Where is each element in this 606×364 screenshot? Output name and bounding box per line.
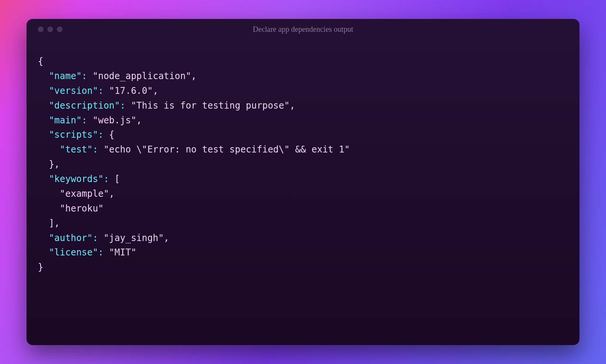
json-key-description: "description": [49, 100, 120, 111]
json-comma: ,: [290, 100, 295, 111]
json-comma: ,: [109, 188, 114, 199]
json-value-main: "web.js": [93, 115, 137, 126]
json-key-license: "license": [49, 247, 98, 258]
json-key-version: "version": [49, 86, 98, 96]
json-value-author: "jay_singh": [103, 233, 164, 243]
json-colon: :: [93, 233, 104, 243]
json-open-bracket: [: [114, 174, 120, 184]
json-key-author: "author": [49, 233, 93, 243]
json-colon: :: [98, 247, 109, 258]
json-keyword-1: "heroku": [60, 203, 104, 214]
json-key-name: "name": [49, 71, 82, 81]
terminal-window: Declare app dependencies output { "name"…: [27, 19, 579, 345]
json-close-bracket-comma: ],: [49, 218, 60, 229]
json-colon: :: [98, 86, 109, 96]
json-value-license: "MIT": [109, 247, 136, 258]
close-window-button[interactable]: [38, 26, 44, 32]
json-value-name: "node_application": [93, 71, 191, 81]
json-comma: ,: [164, 233, 169, 243]
json-colon: :: [82, 115, 93, 126]
json-open-brace: {: [38, 56, 43, 67]
terminal-output[interactable]: { "name": "node_application", "version":…: [27, 39, 579, 345]
json-colon: :: [103, 174, 114, 184]
json-key-scripts: "scripts": [49, 129, 98, 140]
json-comma: ,: [191, 71, 197, 81]
json-comma: ,: [136, 115, 142, 126]
traffic-lights: [38, 26, 62, 32]
maximize-window-button[interactable]: [57, 26, 62, 32]
json-value-test: "echo \"Error: no test specified\" && ex…: [103, 144, 350, 155]
json-keyword-0: "example": [60, 188, 109, 199]
json-close-brace-comma: },: [49, 159, 60, 170]
window-titlebar: Declare app dependencies output: [27, 19, 579, 39]
json-value-description: "This is for testing purpose": [131, 100, 290, 111]
json-comma: ,: [153, 86, 158, 96]
json-key-main: "main": [49, 115, 82, 126]
json-colon: :: [120, 100, 131, 111]
json-open-brace: {: [109, 129, 114, 140]
json-colon: :: [82, 71, 93, 81]
json-value-version: "17.6.0": [109, 86, 153, 96]
json-colon: :: [98, 129, 109, 140]
json-key-keywords: "keywords": [49, 174, 104, 184]
window-title: Declare app dependencies output: [253, 25, 353, 34]
minimize-window-button[interactable]: [47, 26, 53, 32]
json-close-brace: }: [38, 262, 43, 272]
json-colon: :: [93, 144, 104, 155]
json-key-test: "test": [60, 144, 93, 155]
